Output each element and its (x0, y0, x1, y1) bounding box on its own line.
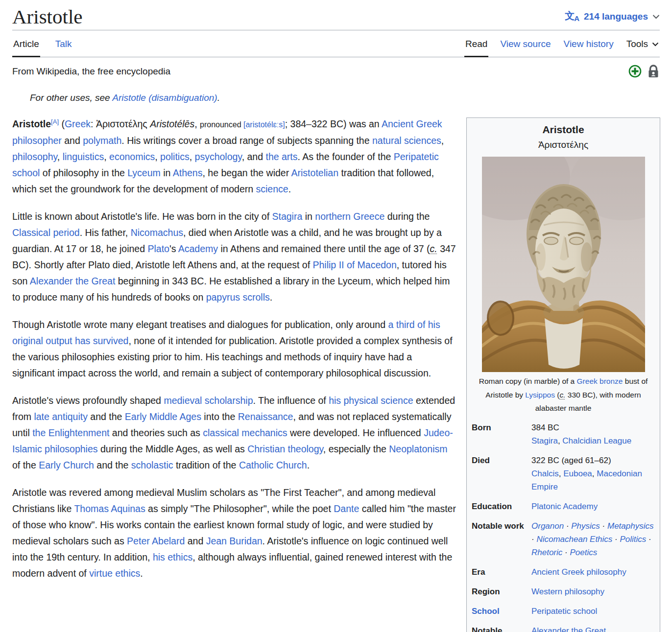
text-segment: . (140, 568, 143, 579)
article-link[interactable]: medieval scholarship (164, 395, 253, 406)
text-segment: . (307, 460, 310, 470)
article-link[interactable]: Renaissance (238, 411, 293, 422)
text-segment: , (559, 469, 563, 478)
article-link[interactable]: Neoplatonism (389, 444, 447, 454)
article-link[interactable]: philosophy (12, 151, 57, 162)
text-segment: , (155, 151, 160, 162)
article-link[interactable]: Alexander the Great (531, 626, 606, 632)
article-link[interactable]: [A] (51, 118, 59, 125)
article-link[interactable]: Lysippos (525, 391, 555, 399)
tab-talk[interactable]: Talk (54, 39, 73, 57)
article-link[interactable]: Early Church (39, 460, 94, 470)
languages-count-label: 214 languages (584, 11, 648, 22)
article-link[interactable]: Ancient Greek philosophy (531, 567, 626, 577)
article-link[interactable]: Stagira (531, 436, 558, 445)
view-tabs: Read View source View history Tools (454, 30, 660, 57)
text-segment: c. (559, 391, 565, 399)
article-link[interactable]: Chalcidian League (562, 436, 631, 445)
article-link[interactable]: Nicomachus (131, 227, 183, 238)
article-link[interactable]: Platonic Academy (531, 502, 598, 511)
good-article-icon[interactable] (628, 65, 642, 78)
article-link[interactable]: scholastic (131, 460, 173, 470)
article-link[interactable]: Stagira (272, 211, 302, 222)
article-link[interactable]: psychology (195, 151, 242, 162)
tab-view-source[interactable]: View source (499, 39, 552, 57)
article-link[interactable]: his ethics (153, 552, 192, 562)
article-link[interactable]: northern Greece (315, 211, 384, 222)
semi-protection-padlock-icon[interactable] (647, 65, 660, 78)
article-link[interactable]: Philip II of Macedon (313, 259, 397, 270)
article-link[interactable]: Catholic Church (239, 460, 307, 470)
article-link[interactable]: Alexander the Great (30, 276, 116, 286)
text-segment: Aristotle's views profoundly shaped (12, 395, 164, 406)
article-link[interactable]: linguistics (63, 151, 104, 162)
text-segment: in Athens and remained there until the a… (218, 243, 430, 254)
text-segment: , (190, 151, 195, 162)
article-link[interactable]: Chalcis (531, 469, 559, 478)
article-link[interactable]: Greek (65, 118, 91, 129)
article-link[interactable]: Euboea (563, 469, 592, 478)
page-status-indicators (628, 65, 660, 78)
article-link[interactable]: the Enlightenment (32, 427, 109, 438)
article-link[interactable]: Athens (173, 167, 203, 178)
namespace-tabs: Article Talk (12, 30, 87, 57)
article-link[interactable]: Nicomachean Ethics (536, 535, 612, 544)
article-link[interactable]: Organon (531, 521, 564, 531)
languages-button[interactable]: 文A 214 languages (565, 11, 660, 22)
article-link[interactable]: Early Middle Ages (125, 411, 201, 422)
article-link[interactable]: Peter Abelard (127, 536, 185, 546)
infobox-value: Ancient Greek philosophy (531, 565, 655, 579)
article-link[interactable]: the arts (265, 151, 297, 162)
infobox-value: 322 BC (aged 61–62)Chalcis, Euboea, Mace… (531, 454, 655, 493)
text-segment: · (612, 535, 620, 544)
page-title: Aristotle (12, 6, 82, 30)
text-segment: , (194, 118, 200, 129)
article-link[interactable]: classical mechanics (203, 427, 287, 438)
text-segment: during the (384, 211, 430, 222)
article-link[interactable]: Rhetoric (531, 548, 562, 557)
article-link[interactable]: natural sciences (372, 135, 441, 146)
article-link[interactable]: virtue ethics (89, 568, 140, 579)
tab-article[interactable]: Article (12, 39, 40, 57)
article-link[interactable]: economics (109, 151, 155, 162)
article-link[interactable]: Lyceum (127, 167, 161, 178)
article-link[interactable]: Physics (571, 521, 600, 531)
text-segment: ; 384–322 BC) was an (285, 118, 382, 129)
text-segment: , (606, 626, 608, 632)
text-segment: . (270, 292, 272, 303)
article-link[interactable]: politics (160, 151, 190, 162)
article-link[interactable]: Metaphysics (607, 521, 653, 531)
article-link[interactable]: Academy (178, 243, 218, 254)
article-link[interactable]: Poetics (570, 548, 597, 557)
tab-read[interactable]: Read (464, 39, 488, 57)
article-link[interactable]: Aristotelian (291, 167, 338, 178)
article-link[interactable]: polymath (83, 135, 121, 146)
article-link[interactable]: Jean Buridan (206, 536, 263, 546)
tab-view-history[interactable]: View history (563, 39, 615, 57)
text-segment: , (57, 151, 63, 162)
article-link[interactable]: late antiquity (34, 411, 88, 422)
infobox-label-link[interactable]: School (472, 607, 500, 616)
article-link[interactable]: papyrus scrolls (206, 292, 270, 303)
article-link[interactable]: Peripatetic school (531, 607, 597, 616)
article-link[interactable]: [aristotélɛːs] (243, 120, 285, 129)
article-link[interactable]: Dante (334, 503, 359, 514)
article-link[interactable]: Plato (147, 243, 169, 254)
text-segment: , (558, 436, 562, 445)
article-link[interactable]: Politics (620, 535, 646, 544)
article-link[interactable]: Western philosophy (531, 587, 604, 596)
article-link[interactable]: Christian theology (247, 444, 323, 454)
article-link[interactable]: science (256, 184, 288, 194)
article-link[interactable]: Classical period (12, 227, 80, 238)
article-link[interactable]: Greek bronze (577, 377, 623, 385)
infobox-label: Notable (472, 624, 531, 632)
text-segment: , (592, 469, 597, 478)
paragraph: Aristotle was revered among medieval Mus… (12, 485, 457, 582)
text-segment: 322 BC (aged 61–62) (531, 456, 611, 465)
tools-menu-button[interactable]: Tools (625, 39, 660, 57)
infobox-value: Peripatetic school (531, 605, 655, 618)
article-link[interactable]: his physical science (329, 395, 413, 406)
article-link[interactable]: Aristotle (disambiguation) (112, 93, 217, 103)
aristotle-bust-image[interactable] (482, 157, 645, 372)
article-link[interactable]: Thomas Aquinas (74, 503, 145, 514)
